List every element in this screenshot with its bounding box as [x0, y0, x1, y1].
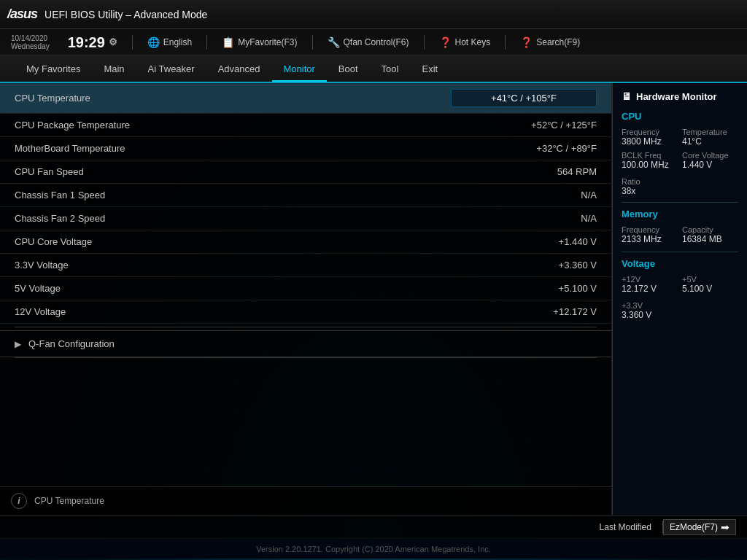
qfan-button[interactable]: 🔧 Qfan Control(F6) [328, 36, 409, 48]
cpu-fan-label: CPU Fan Speed [15, 166, 84, 177]
mem-freq-label: Frequency [622, 225, 678, 234]
bclk-value: 100.00 MHz [622, 160, 678, 170]
cpu-temp-label: CPU Temperature [15, 93, 90, 104]
cpu-pkg-temp-value: +52°C / +125°F [509, 120, 597, 131]
memory-grid: Frequency 2133 MHz Capacity 16384 MB [622, 225, 738, 244]
footer-bar: Last Modified EzMode(F7) ➡ [0, 515, 747, 538]
qfan-config-row[interactable]: ▶ Q-Fan Configuration [0, 330, 611, 357]
v12-hw-value: 12.172 V [622, 284, 678, 294]
table-row[interactable]: CPU Temperature +41°C / +105°F [0, 83, 611, 114]
nav-exit[interactable]: Exit [410, 58, 449, 80]
bclk-group: BCLK Freq 100.00 MHz [622, 151, 678, 170]
mem-cap-value: 16384 MB [682, 234, 738, 244]
section-divider [15, 327, 597, 327]
language-button[interactable]: 🌐 English [147, 36, 192, 48]
cpu-freq-label: Frequency [622, 128, 678, 136]
info-text: CPU Temperature [34, 496, 104, 506]
nav-main[interactable]: Main [92, 58, 136, 80]
mem-cap-label: Capacity [682, 225, 738, 234]
chassis2-label: Chassis Fan 2 Speed [15, 213, 105, 224]
main-content: CPU Temperature +41°C / +105°F CPU Packa… [0, 83, 747, 515]
table-row[interactable]: 5V Voltage +5.100 V [0, 277, 611, 300]
nav-tool[interactable]: Tool [370, 58, 411, 80]
hotkeys-label: Hot Keys [455, 37, 491, 47]
header-info-bar: 10/14/2020 Wednesday 19:29 ⚙ 🌐 English 📋… [0, 29, 747, 55]
cpu-temp-group: Temperature 41°C [682, 128, 738, 147]
v5-hw-group: +5V 5.100 V [682, 275, 738, 294]
table-row[interactable]: CPU Core Voltage +1.440 V [0, 230, 611, 254]
date-line2: Wednesday [11, 42, 50, 50]
bclk-label: BCLK Freq [622, 151, 678, 160]
mb-temp-label: MotherBoard Temperature [15, 143, 125, 154]
myfavorite-label: MyFavorite(F3) [238, 37, 297, 47]
table-row[interactable]: 12V Voltage +12.172 V [0, 300, 611, 324]
qfan-config-label: Q-Fan Configuration [28, 338, 115, 349]
v33-hw-group: +3.3V 3.360 V [622, 301, 738, 320]
version-text: Version 2.20.1271. Copyright (C) 2020 Am… [256, 545, 491, 553]
hw-divider-1 [622, 202, 738, 203]
table-row[interactable]: CPU Fan Speed 564 RPM [0, 160, 611, 184]
date-line1: 10/14/2020 [11, 34, 50, 42]
core-volt-hw-value: 1.440 V [682, 160, 738, 170]
nav-advanced[interactable]: Advanced [206, 58, 272, 80]
language-label: English [163, 37, 192, 47]
header-top-bar: /asus UEFI BIOS Utility – Advanced Mode [0, 0, 747, 29]
cpu-core-volt-value: +1.440 V [509, 236, 597, 247]
separator-1 [132, 35, 133, 50]
ezmode-arrow-icon: ➡ [721, 521, 729, 533]
info-icon: i [11, 493, 27, 509]
last-modified-label: Last Modified [600, 522, 651, 532]
ezmode-button[interactable]: EzMode(F7) ➡ [663, 519, 736, 535]
v5-value: +5.100 V [509, 283, 597, 294]
cpu-section-title: CPU [622, 111, 738, 122]
cpu-ratio-group: Ratio 38x [622, 177, 738, 196]
asus-logo: /asus [7, 7, 37, 22]
chassis1-value: N/A [509, 190, 597, 201]
cpu-core-volt-label: CPU Core Voltage [15, 236, 92, 247]
nav-ai-tweaker[interactable]: Ai Tweaker [136, 58, 206, 80]
ratio-label: Ratio [622, 177, 738, 186]
table-row[interactable]: Chassis Fan 2 Speed N/A [0, 207, 611, 230]
v12-hw-group: +12V 12.172 V [622, 275, 678, 294]
cpu-temp-hw-value: 41°C [682, 136, 738, 147]
chassis1-label: Chassis Fan 1 Speed [15, 190, 105, 201]
memory-section-title: Memory [622, 209, 738, 219]
time-value: 19:29 [68, 35, 105, 50]
mem-freq-group: Frequency 2133 MHz [622, 225, 678, 244]
cpu-fan-value: 564 RPM [509, 166, 597, 177]
cpu-temp-hw-label: Temperature [682, 128, 738, 136]
myfavorite-button[interactable]: 📋 MyFavorite(F3) [222, 36, 297, 48]
last-modified-button[interactable]: Last Modified [589, 522, 662, 532]
hw-monitor-title: 🖥 Hardware Monitor [622, 90, 738, 102]
hotkeys-icon: ❓ [439, 36, 452, 48]
core-volt-hw-label: Core Voltage [682, 151, 738, 160]
nav-my-favorites[interactable]: My Favorites [15, 58, 92, 80]
cpu-temp-value: +41°C / +105°F [451, 89, 597, 107]
v12-label: 12V Voltage [15, 306, 66, 317]
datetime: 10/14/2020 Wednesday [11, 34, 50, 50]
v5-hw-value: 5.100 V [682, 284, 738, 294]
mem-cap-group: Capacity 16384 MB [682, 225, 738, 244]
hotkeys-button[interactable]: ❓ Hot Keys [439, 36, 491, 48]
gear-icon[interactable]: ⚙ [109, 37, 117, 47]
mem-freq-value: 2133 MHz [622, 234, 678, 244]
table-row[interactable]: CPU Package Temperature +52°C / +125°F [0, 114, 611, 137]
myfavorite-icon: 📋 [222, 36, 234, 48]
nav-bar: My Favorites Main Ai Tweaker Advanced Mo… [0, 55, 747, 83]
table-row[interactable]: Chassis Fan 1 Speed N/A [0, 184, 611, 207]
nav-boot[interactable]: Boot [327, 58, 370, 80]
search-button[interactable]: ❓ Search(F9) [520, 36, 580, 48]
info-bar: i CPU Temperature [0, 486, 611, 515]
search-label: Search(F9) [536, 37, 580, 47]
v5-hw-label: +5V [682, 275, 738, 284]
voltage-grid: +12V 12.172 V +5V 5.100 V [622, 275, 738, 294]
v33-value: +3.360 V [509, 260, 597, 271]
ezmode-label: EzMode(F7) [670, 522, 718, 532]
separator-5 [505, 35, 506, 50]
table-row[interactable]: 3.3V Voltage +3.360 V [0, 254, 611, 277]
core-volt-group: Core Voltage 1.440 V [682, 151, 738, 170]
nav-monitor[interactable]: Monitor [272, 58, 327, 82]
table-row[interactable]: MotherBoard Temperature +32°C / +89°F [0, 137, 611, 160]
globe-icon: 🌐 [147, 36, 160, 48]
monitor-panel: CPU Temperature +41°C / +105°F CPU Packa… [0, 83, 612, 515]
